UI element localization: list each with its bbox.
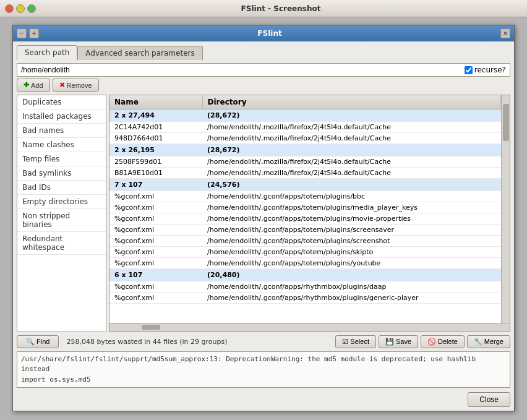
group-name: 2 x 26,195 (109, 144, 202, 156)
os-window: FSlint - Screenshot ─ + FSlint ✕ Search … (0, 0, 527, 420)
group-name: 6 x 107 (109, 269, 202, 281)
recurse-checkbox[interactable] (465, 66, 473, 74)
file-directory: /home/endolith/.gconf/apps/totem/plugins… (202, 213, 501, 225)
table-row-group[interactable]: 7 x 107(24,576) (109, 179, 501, 191)
table-row[interactable]: 948D7664d01/home/endolith/.mozilla/firef… (109, 133, 501, 144)
log-area: /usr/share/fslint/fslint/supprt/md5sum_a… (17, 351, 510, 388)
save-button[interactable]: 💾 Save (379, 335, 418, 348)
delete-icon: 🚫 (427, 338, 436, 346)
tab-advanced-search[interactable]: Advanced search parameters (77, 46, 202, 60)
bottom-toolbar: 🔍 Find 258,048 bytes wasted in 44 files … (17, 335, 510, 348)
file-directory: /home/endolith/.mozilla/firefox/2j4t5l4o… (202, 168, 501, 179)
sidebar-item-name-clashes[interactable]: Name clashes (17, 138, 106, 152)
file-directory: /home/endolith/.gconf/apps/totem/plugins… (202, 247, 501, 258)
status-text: 258,048 bytes wasted in 44 files (in 29 … (61, 338, 333, 346)
file-directory: /home/endolith/.gconf/apps/totem/plugins… (202, 191, 501, 202)
sidebar-item-duplicates[interactable]: Duplicates (17, 95, 106, 109)
group-dir: (20,480) (202, 269, 501, 281)
table-row[interactable]: %gconf.xml/home/endolith/.gconf/apps/tot… (109, 236, 501, 247)
table-row-group[interactable]: 2 x 26,195(28,672) (109, 144, 501, 156)
file-directory: /home/endolith/.mozilla/firefox/2j4t5l4o… (202, 122, 501, 133)
app-close-button[interactable]: ✕ (500, 28, 510, 38)
save-icon: 💾 (385, 338, 394, 346)
table-row[interactable]: 2C14A742d01/home/endolith/.mozilla/firef… (109, 122, 501, 133)
file-directory: /home/endolith/.gconf/apps/totem/plugins… (202, 225, 501, 236)
os-maximize-button[interactable] (27, 4, 36, 13)
find-button[interactable]: 🔍 Find (17, 335, 59, 348)
file-name: %gconf.xml (109, 247, 202, 258)
action-buttons-row: ✚ Add ✖ Remove (17, 79, 510, 92)
col-directory: Directory (202, 95, 501, 109)
app-title: FSlint (41, 29, 498, 38)
col-name: Name (109, 95, 202, 109)
table-row[interactable]: %gconf.xml/home/endolith/.gconf/apps/tot… (109, 247, 501, 258)
app-content: Search path Advanced search parameters r… (13, 41, 514, 411)
remove-button[interactable]: ✖ Remove (53, 79, 99, 92)
file-table-scroll[interactable]: Name Directory 2 x 27,494(28,672)2C14A74… (109, 95, 501, 323)
file-name: 2C14A742d01 (109, 122, 202, 133)
close-button[interactable]: Close (468, 392, 510, 407)
file-name: %gconf.xml (109, 225, 202, 236)
search-path-input[interactable] (21, 66, 461, 74)
file-name: 2508F599d01 (109, 156, 202, 168)
os-title-buttons (5, 4, 36, 13)
table-row[interactable]: %gconf.xml/home/endolith/.gconf/apps/tot… (109, 191, 501, 202)
file-name: 948D7664d01 (109, 133, 202, 144)
file-name: %gconf.xml (109, 281, 202, 293)
file-name: %gconf.xml (109, 213, 202, 225)
app-maximize-button[interactable]: + (29, 28, 39, 38)
delete-button[interactable]: 🚫 Delete (421, 335, 465, 348)
add-button[interactable]: ✚ Add (17, 79, 50, 92)
app-window: ─ + FSlint ✕ Search path Advanced search… (12, 25, 515, 411)
main-area: Duplicates Installed packages Bad names … (17, 95, 510, 332)
log-line-2: import os,sys,md5 (21, 375, 506, 385)
group-dir: (28,672) (202, 144, 501, 156)
vertical-scrollbar[interactable] (501, 95, 510, 323)
os-title: FSlint - Screenshot (40, 4, 522, 13)
file-name: %gconf.xml (109, 191, 202, 202)
sidebar-item-empty-directories[interactable]: Empty directories (17, 195, 106, 209)
group-name: 2 x 27,494 (109, 109, 202, 122)
merge-button[interactable]: 🔧 Merge (467, 335, 510, 348)
file-directory: /home/endolith/.gconf/apps/totem/plugins… (202, 202, 501, 213)
file-directory: /home/endolith/.mozilla/firefox/2j4t5l4o… (202, 133, 501, 144)
table-row[interactable]: 2508F599d01/home/endolith/.mozilla/firef… (109, 156, 501, 168)
table-row[interactable]: B81A9E10d01/home/endolith/.mozilla/firef… (109, 168, 501, 179)
sidebar-item-bad-ids[interactable]: Bad IDs (17, 181, 106, 195)
recurse-text: recurse? (474, 66, 506, 74)
table-row-group[interactable]: 6 x 107(20,480) (109, 269, 501, 281)
table-row[interactable]: %gconf.xml/home/endolith/.gconf/apps/rhy… (109, 281, 501, 293)
group-dir: (24,576) (202, 179, 501, 191)
app-minimize-button[interactable]: ─ (17, 28, 27, 38)
file-name: %gconf.xml (109, 202, 202, 213)
file-directory: /home/endolith/.gconf/apps/rhythmbox/plu… (202, 281, 501, 293)
select-button[interactable]: ☑ Select (335, 335, 376, 348)
table-row[interactable]: %gconf.xml/home/endolith/.gconf/apps/tot… (109, 213, 501, 225)
merge-icon: 🔧 (474, 338, 482, 346)
table-row-group[interactable]: 2 x 27,494(28,672) (109, 109, 501, 122)
app-titlebar: ─ + FSlint ✕ (13, 25, 514, 41)
table-row[interactable]: %gconf.xml/home/endolith/.gconf/apps/tot… (109, 225, 501, 236)
os-minimize-button[interactable] (16, 4, 25, 13)
table-row[interactable]: %gconf.xml/home/endolith/.gconf/apps/rhy… (109, 293, 501, 304)
file-table: Name Directory 2 x 27,494(28,672)2C14A74… (109, 95, 501, 304)
table-row[interactable]: %gconf.xml/home/endolith/.gconf/apps/tot… (109, 202, 501, 213)
sidebar-item-installed-packages[interactable]: Installed packages (17, 109, 106, 124)
sidebar-item-bad-names[interactable]: Bad names (17, 124, 106, 138)
table-row[interactable]: %gconf.xml/home/endolith/.gconf/apps/tot… (109, 258, 501, 269)
sidebar-item-temp-files[interactable]: Temp files (17, 152, 106, 166)
file-name: %gconf.xml (109, 236, 202, 247)
remove-icon: ✖ (59, 81, 65, 89)
sidebar-item-non-stripped-binaries[interactable]: Non stripped binaries (17, 209, 106, 232)
sidebar: Duplicates Installed packages Bad names … (17, 95, 106, 332)
file-name: %gconf.xml (109, 293, 202, 304)
os-close-button[interactable] (5, 4, 14, 13)
tabs-row: Search path Advanced search parameters (17, 45, 510, 60)
os-titlebar: FSlint - Screenshot (0, 0, 527, 17)
sidebar-item-redundant-whitespace[interactable]: Redundant whitespace (17, 232, 106, 255)
horizontal-scrollbar[interactable] (109, 323, 510, 332)
tab-search-path[interactable]: Search path (17, 45, 77, 60)
file-name: %gconf.xml (109, 258, 202, 269)
sidebar-item-bad-symlinks[interactable]: Bad symlinks (17, 166, 106, 181)
close-row: Close (17, 391, 510, 407)
